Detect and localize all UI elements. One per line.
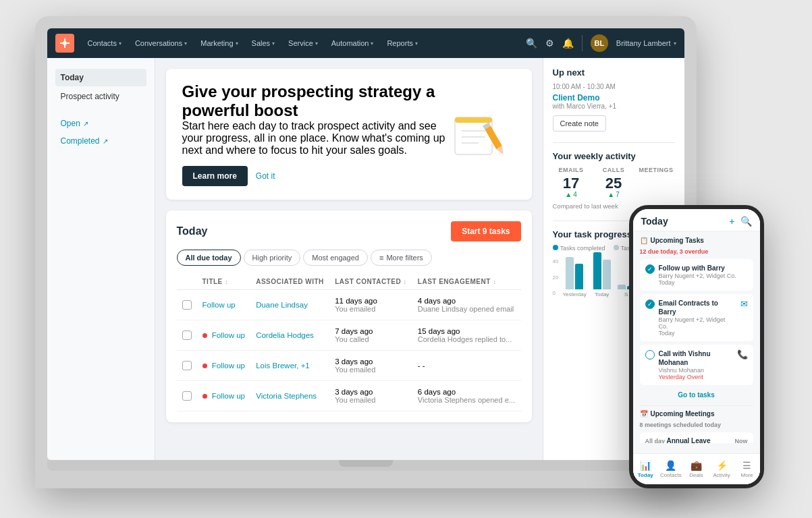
- phone-nav-activity[interactable]: ⚡ Activity: [709, 460, 734, 478]
- row-checkbox-3[interactable]: [182, 391, 192, 401]
- phone-task-check-1[interactable]: ✓: [645, 264, 655, 274]
- phone-divider: [640, 405, 753, 406]
- tasks-header: Today Start 9 tasks: [177, 221, 521, 241]
- task-title-link[interactable]: Follow up: [212, 331, 245, 339]
- bar-today-scheduled: [603, 260, 611, 289]
- learn-more-button[interactable]: Learn more: [182, 166, 248, 186]
- laptop-screen: Contacts▾ Conversations▾ Marketing▾ Sale…: [47, 28, 684, 460]
- contacts-nav-icon: 👤: [665, 460, 676, 471]
- sidebar-link-open[interactable]: Open ↗: [55, 115, 146, 132]
- nav-marketing[interactable]: Marketing▾: [195, 36, 243, 50]
- settings-icon[interactable]: ⚙: [545, 38, 554, 49]
- today-nav-icon: 📊: [640, 460, 651, 471]
- filter-high-priority[interactable]: High priority: [244, 250, 301, 266]
- contact-link[interactable]: Victoria Stephens: [256, 392, 317, 400]
- phone-content: 📋 Upcoming Tasks 12 due today, 3 overdue…: [633, 231, 760, 443]
- up-next-title: Up next: [553, 67, 675, 78]
- start-tasks-button[interactable]: Start 9 tasks: [451, 221, 520, 241]
- external-link-icon-2: ↗: [103, 138, 108, 145]
- phone-upcoming-tasks-title: 📋 Upcoming Tasks: [640, 237, 753, 244]
- activity-emails: EMAILS 17 ▲ 4: [553, 167, 590, 198]
- sidebar-item-today[interactable]: Today: [55, 69, 146, 86]
- phone-task-1: ✓ Follow up with Barry Barry Nugent +2, …: [640, 259, 753, 291]
- external-link-icon: ↗: [83, 120, 88, 127]
- phone-task-text-1: Follow up with Barry Barry Nugent +2, Wi…: [659, 264, 736, 286]
- contacts-nav-label: Contacts: [660, 472, 682, 478]
- svg-point-0: [63, 41, 67, 45]
- row-checkbox-1[interactable]: [182, 330, 192, 340]
- last-engagement-sub: Duane Lindsay opened email: [418, 305, 516, 313]
- phone-task-check-3[interactable]: [645, 350, 655, 359]
- nav-contacts[interactable]: Contacts▾: [82, 36, 127, 50]
- phone-task-3: Call with Vishnu Mohanan Vishnu Mohanan …: [640, 345, 753, 385]
- filter-all-due-today[interactable]: All due today: [177, 250, 241, 266]
- nav-reports[interactable]: Reports▾: [381, 36, 423, 50]
- notification-icon[interactable]: 🔔: [562, 38, 574, 49]
- sidebar-link-completed[interactable]: Completed ↗: [55, 132, 146, 150]
- phone-nav-more[interactable]: ☰ More: [734, 460, 760, 478]
- filter-icon: ≡: [379, 254, 383, 262]
- phone-meeting-1-title: All day Annual Leave Now: [645, 437, 748, 443]
- phone-title: Today: [641, 216, 668, 227]
- col-title: TITLE ↕: [197, 274, 251, 290]
- phone-task-phone-icon: 📞: [737, 349, 748, 359]
- bar-today-completed: [593, 252, 601, 289]
- row-checkbox-0[interactable]: [182, 300, 192, 310]
- contact-link[interactable]: Cordelia Hodges: [256, 331, 314, 339]
- more-nav-icon: ☰: [742, 460, 751, 471]
- weekly-activity: Your weekly activity EMAILS 17 ▲ 4 CALLS…: [553, 151, 675, 210]
- table-row: Follow up Duane Lindsay 11 days ago You …: [177, 290, 521, 320]
- phone-add-icon[interactable]: +: [729, 216, 734, 227]
- hero-banner: Give your prospecting strategy a powerfu…: [166, 69, 532, 200]
- select-all-header: [177, 274, 197, 290]
- phone-header: Today + 🔍: [633, 209, 760, 231]
- phone-search-icon[interactable]: 🔍: [740, 216, 752, 227]
- hero-title: Give your prospecting strategy a powerfu…: [182, 82, 448, 120]
- phone-screen: Today + 🔍 📋 Upcoming Tasks 12 due today,…: [633, 209, 760, 484]
- nav-sales[interactable]: Sales▾: [246, 36, 281, 50]
- user-name[interactable]: Brittany Lambert ▾: [616, 39, 676, 47]
- table-row: Follow up Lois Brewer, +1 3 days ago You…: [177, 351, 521, 381]
- urgent-dot: [202, 364, 207, 368]
- go-to-tasks-link[interactable]: Go to tasks: [640, 388, 753, 401]
- sidebar-item-prospect[interactable]: Prospect activity: [55, 88, 146, 105]
- task-title-link[interactable]: Follow up: [212, 392, 245, 400]
- task-title-link[interactable]: Follow up: [212, 362, 245, 370]
- search-icon[interactable]: 🔍: [526, 38, 537, 49]
- last-contacted-sub: You emailed: [335, 366, 407, 374]
- got-it-button[interactable]: Got it: [256, 171, 275, 181]
- phone-task-check-2[interactable]: ✓: [645, 299, 655, 309]
- event-title[interactable]: Client Demo: [553, 93, 675, 103]
- phone-nav-today[interactable]: 📊 Today: [633, 460, 659, 478]
- task-title-link[interactable]: Follow up: [202, 301, 236, 309]
- phone-nav-deals[interactable]: 💼 Deals: [684, 460, 709, 478]
- last-engagement: - -: [418, 362, 516, 370]
- chart-label-today: Today: [595, 291, 609, 297]
- create-note-button[interactable]: Create note: [553, 115, 606, 132]
- hero-illustration: [448, 107, 516, 161]
- table-row: Follow up Cordelia Hodges 7 days ago You…: [177, 320, 521, 351]
- chart-group-today: Today: [593, 252, 611, 297]
- activity-nav-icon: ⚡: [716, 460, 728, 471]
- nav-automation[interactable]: Automation▾: [326, 36, 379, 50]
- last-engagement: 4 days ago: [418, 297, 516, 305]
- filter-most-engaged[interactable]: Most engaged: [303, 250, 368, 266]
- activity-meetings: MEETINGS: [638, 167, 675, 198]
- filter-more-filters[interactable]: ≡ More filters: [371, 250, 432, 266]
- phone-meetings-badge: 8 meetings scheduled today: [640, 422, 753, 428]
- legend-completed-dot: [553, 245, 558, 250]
- phone-nav-contacts[interactable]: 👤 Contacts: [658, 460, 684, 478]
- last-contacted-sub: You emailed: [335, 305, 407, 313]
- last-engagement-sub: Cordelia Hodges replied to...: [418, 335, 516, 343]
- legend-scheduled-dot: [614, 245, 619, 250]
- contact-link[interactable]: Lois Brewer, +1: [256, 362, 310, 370]
- deals-nav-icon: 💼: [691, 460, 702, 471]
- contact-link[interactable]: Duane Lindsay: [256, 301, 308, 309]
- row-checkbox-2[interactable]: [182, 361, 192, 370]
- last-engagement-sub: Victoria Stephens opened e...: [418, 396, 516, 404]
- nav-conversations[interactable]: Conversations▾: [130, 36, 192, 50]
- phone-header-actions: + 🔍: [729, 216, 751, 227]
- nav-service[interactable]: Service▾: [283, 36, 323, 50]
- chart-label-yesterday: Yesterday: [562, 291, 586, 297]
- up-next-section: Up next 10:00 AM - 10:30 AM Client Demo …: [553, 67, 675, 132]
